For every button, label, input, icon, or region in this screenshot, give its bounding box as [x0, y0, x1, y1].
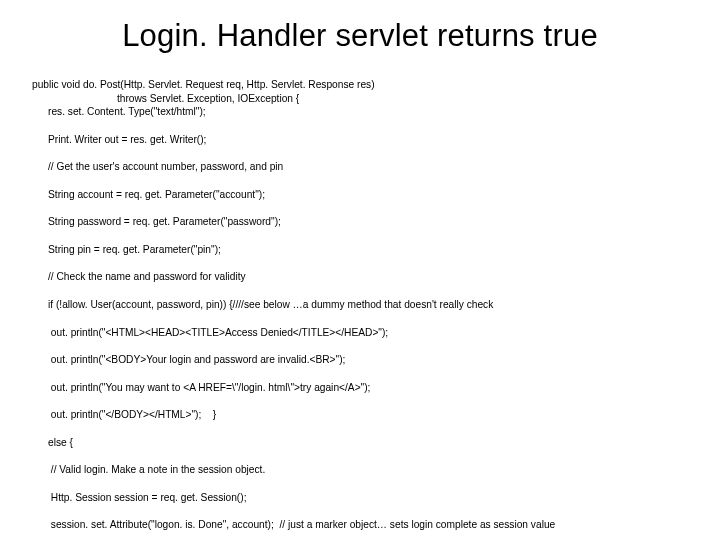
code-line: session. set. Attribute("logon. is. Done… [32, 518, 692, 532]
code-line: out. println("</BODY></HTML>"); } [32, 408, 692, 422]
code-line: out. println("You may want to <A HREF=\"… [32, 381, 692, 395]
code-line: res. set. Content. Type("text/html"); [32, 105, 692, 119]
slide: Login. Handler servlet returns true publ… [0, 0, 720, 540]
code-line: String account = req. get. Parameter("ac… [32, 188, 692, 202]
code-line: out. println("<HTML><HEAD><TITLE>Access … [32, 326, 692, 340]
code-line: out. println("<BODY>Your login and passw… [32, 353, 692, 367]
code-line: // Check the name and password for valid… [32, 270, 692, 284]
code-line: else { [32, 436, 692, 450]
code-line: Http. Session session = req. get. Sessio… [32, 491, 692, 505]
code-line: throws Servlet. Exception, IOException { [32, 93, 299, 104]
code-line: String password = req. get. Parameter("p… [32, 215, 692, 229]
slide-title: Login. Handler servlet returns true [28, 18, 692, 54]
code-line: String pin = req. get. Parameter("pin"); [32, 243, 692, 257]
code-line: Print. Writer out = res. get. Writer(); [32, 133, 692, 147]
code-line: if (!allow. User(account, password, pin)… [32, 298, 692, 312]
code-line: // Get the user's account number, passwo… [32, 160, 692, 174]
code-line: public void do. Post(Http. Servlet. Requ… [32, 79, 375, 90]
code-line: // Valid login. Make a note in the sessi… [32, 463, 692, 477]
code-block: public void do. Post(Http. Servlet. Requ… [32, 64, 692, 540]
